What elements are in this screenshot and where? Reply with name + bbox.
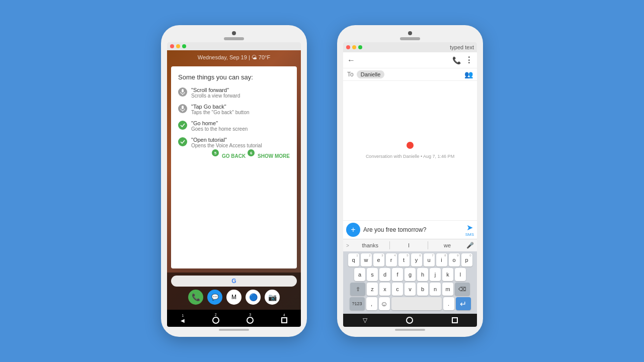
google-logo: G — [231, 278, 236, 285]
key-k[interactable]: k — [442, 268, 453, 281]
keyboard-suggestions: > thanks I we 🎤 — [343, 239, 477, 251]
message-text-field[interactable]: Are you free tomorrow? — [363, 224, 462, 235]
cmd-2: "Tap Go back" — [191, 104, 250, 110]
suggest-we[interactable]: we — [430, 242, 464, 248]
wallpaper: Wednesday, Sep 19 | 🌤 70°F Some things y… — [167, 50, 301, 310]
key-emoji[interactable]: ☺ — [379, 297, 390, 310]
key-s[interactable]: s — [367, 268, 378, 281]
mic-icon-1 — [178, 87, 187, 97]
suggest-i[interactable]: I — [392, 242, 426, 248]
key-v[interactable]: v — [405, 283, 416, 296]
key-row-4: ?123 , ☺ . ↵ — [344, 297, 476, 310]
key-o[interactable]: o9 — [449, 253, 460, 266]
key-space[interactable] — [391, 297, 442, 310]
key-a[interactable]: a — [354, 268, 365, 281]
nav-home[interactable]: 2 — [212, 313, 219, 324]
conversation-text: Conversation with Danielle • Aug 7, 1:46… — [366, 154, 454, 159]
key-return[interactable]: ↵ — [456, 297, 471, 310]
show-more-badge: 6 — [248, 149, 255, 156]
key-comma[interactable]: , — [366, 297, 377, 310]
key-b[interactable]: b — [417, 283, 428, 296]
add-contact-button[interactable]: 👥 — [464, 70, 473, 78]
dock-messages-icon[interactable]: 💬 — [207, 290, 222, 305]
key-u[interactable]: u7 — [424, 253, 435, 266]
nav-recents-right[interactable] — [452, 317, 458, 323]
key-r[interactable]: r4 — [386, 253, 397, 266]
to-field: To Danielle 👥 — [343, 68, 477, 81]
desc-2: Taps the "Go back" button — [191, 110, 250, 115]
key-m[interactable]: m — [442, 283, 453, 296]
contact-chip[interactable]: Danielle — [357, 70, 385, 78]
key-w[interactable]: w2 — [361, 253, 372, 266]
suggest-thanks[interactable]: thanks — [353, 242, 387, 248]
recents-square — [281, 317, 287, 323]
left-phone-bottom — [167, 329, 301, 331]
home-bar-right — [395, 329, 425, 331]
window-chrome-right: typed text — [343, 42, 477, 52]
to-label: To — [347, 71, 354, 78]
key-period[interactable]: . — [443, 297, 454, 310]
back-button[interactable]: ← — [347, 56, 355, 65]
key-t[interactable]: t5 — [398, 253, 410, 266]
key-num-switch[interactable]: ?123 — [350, 297, 365, 310]
cmd-3: "Go home" — [191, 120, 248, 126]
dot-yellow — [176, 44, 180, 48]
nav-home-right[interactable] — [406, 317, 413, 324]
key-y[interactable]: y6 — [411, 253, 422, 266]
dock-chrome-icon[interactable]: 🔵 — [246, 290, 261, 305]
message-input-area: + Are you free tomorrow? ➤ SMS — [343, 220, 477, 239]
key-row-3: ⇧ z x c v b n m ⌫ — [344, 283, 476, 296]
key-p[interactable]: p0 — [461, 253, 472, 266]
key-row-1: q1 w2 e3 r4 t5 y6 u7 i8 o9 p0 — [344, 253, 476, 266]
more-options-button[interactable]: ⋮ — [465, 55, 473, 65]
phone-call-button[interactable]: 📞 — [452, 56, 461, 64]
dot-red — [170, 44, 174, 48]
check-icon-2 — [178, 137, 187, 146]
key-c[interactable]: c — [392, 283, 403, 296]
dock-gmail-icon[interactable]: M — [226, 290, 242, 305]
mic-button[interactable]: 🎤 — [466, 242, 474, 249]
right-phone-top — [343, 31, 477, 40]
dock: G 📞 💬 M 🔵 📷 — [167, 273, 301, 310]
go-back-button[interactable]: 5 GO BACK — [216, 153, 246, 159]
key-d[interactable]: d — [379, 268, 390, 281]
key-i[interactable]: i8 — [436, 253, 447, 266]
key-z[interactable]: z — [367, 283, 378, 296]
home-circle — [212, 317, 219, 324]
nav-home-2[interactable]: 3 — [247, 313, 254, 324]
google-search-bar[interactable]: G — [171, 276, 297, 287]
key-l[interactable]: l — [455, 268, 466, 281]
key-q[interactable]: q1 — [348, 253, 359, 266]
suggest-expand[interactable]: > — [346, 243, 349, 248]
camera-dot-right — [408, 31, 412, 35]
left-screen: Wednesday, Sep 19 | 🌤 70°F Some things y… — [167, 42, 301, 327]
key-f[interactable]: f — [392, 268, 403, 281]
cmd-4: "Open tutorial" — [191, 137, 262, 143]
key-g[interactable]: g — [405, 268, 416, 281]
key-h[interactable]: h — [417, 268, 428, 281]
voice-item-1: "Scroll forward" Scrolls a view forward — [178, 87, 290, 99]
nav-recents[interactable]: 4 — [281, 313, 287, 323]
key-e[interactable]: e3 — [373, 253, 384, 266]
key-shift[interactable]: ⇧ — [350, 283, 365, 296]
dot-green — [182, 44, 186, 48]
key-j[interactable]: j — [430, 268, 441, 281]
send-button[interactable]: ➤ SMS — [465, 223, 474, 237]
add-attachment-button[interactable]: + — [346, 223, 360, 237]
show-more-button[interactable]: 6 SHOW MORE — [252, 153, 290, 159]
dot-yellow-r — [352, 45, 356, 49]
key-row-2: a s d f g h j k l — [344, 268, 476, 281]
dot-green-r — [358, 45, 362, 49]
left-phone: Wednesday, Sep 19 | 🌤 70°F Some things y… — [161, 25, 307, 337]
voice-item-2: "Tap Go back" Taps the "Go back" button — [178, 104, 290, 115]
voice-actions: 5 GO BACK 6 SHOW MORE — [178, 153, 290, 159]
key-n[interactable]: n — [430, 283, 441, 296]
voice-item-4: "Open tutorial" Opens the Voice Access t… — [178, 137, 290, 148]
nav-back[interactable]: 1 ◀ — [181, 314, 185, 323]
nav-back-right[interactable]: ▽ — [363, 317, 367, 324]
key-backspace[interactable]: ⌫ — [455, 283, 470, 296]
dock-camera-icon[interactable]: 📷 — [265, 290, 280, 305]
right-phone: typed text ← 📞 ⋮ To Danielle 👥 Conversat… — [337, 25, 483, 337]
dock-phone-icon[interactable]: 📞 — [188, 290, 203, 305]
key-x[interactable]: x — [379, 283, 390, 296]
